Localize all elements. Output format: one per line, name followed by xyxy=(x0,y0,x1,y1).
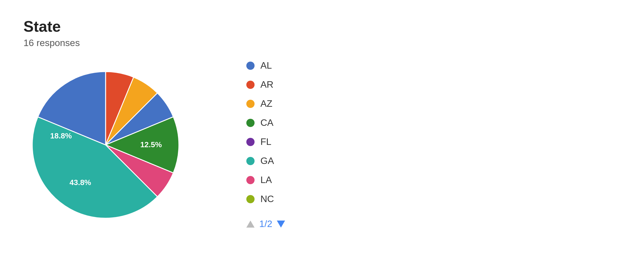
svg-text:18.8%: 18.8% xyxy=(50,131,72,140)
legend-label: LA xyxy=(260,175,272,185)
legend-dot xyxy=(246,119,255,127)
svg-text:12.5%: 12.5% xyxy=(140,140,162,149)
legend-dot xyxy=(246,138,255,146)
legend-dot xyxy=(246,195,255,203)
legend-label: NC xyxy=(260,194,274,204)
content-row: 43.8%18.8%12.5% ALARAZCAFLGALANC1/2 xyxy=(23,60,621,229)
legend-item: LA xyxy=(246,175,285,185)
legend-item: AR xyxy=(246,79,285,90)
legend-dot xyxy=(246,81,255,89)
legend-item: FL xyxy=(246,136,285,147)
pie-chart-svg: 43.8%18.8%12.5% xyxy=(23,63,188,227)
svg-text:43.8%: 43.8% xyxy=(70,178,91,187)
legend-item: CA xyxy=(246,117,285,128)
legend-label: AL xyxy=(260,60,272,71)
legend-item: NC xyxy=(246,194,285,204)
legend-label: AR xyxy=(260,79,273,90)
legend-label: FL xyxy=(260,136,271,147)
legend-dot xyxy=(246,100,255,108)
legend-label: CA xyxy=(260,117,273,128)
legend-label: AZ xyxy=(260,98,272,109)
legend-dot xyxy=(246,157,255,165)
chart-subtitle: 16 responses xyxy=(23,38,621,48)
pagination-text: 1/2 xyxy=(259,219,272,229)
legend-dot xyxy=(246,62,255,70)
chart-title: State xyxy=(23,18,621,35)
legend-item: AL xyxy=(246,60,285,71)
prev-page-icon[interactable] xyxy=(246,221,255,228)
card: State 16 responses 43.8%18.8%12.5% ALARA… xyxy=(23,18,621,229)
legend-item: GA xyxy=(246,155,285,166)
pie-chart-container: 43.8%18.8%12.5% xyxy=(23,63,188,227)
legend-item: AZ xyxy=(246,98,285,109)
legend-label: GA xyxy=(260,155,274,166)
legend: ALARAZCAFLGALANC1/2 xyxy=(246,60,285,229)
legend-dot xyxy=(246,176,255,184)
pagination: 1/2 xyxy=(246,219,285,229)
next-page-icon[interactable] xyxy=(277,221,285,228)
